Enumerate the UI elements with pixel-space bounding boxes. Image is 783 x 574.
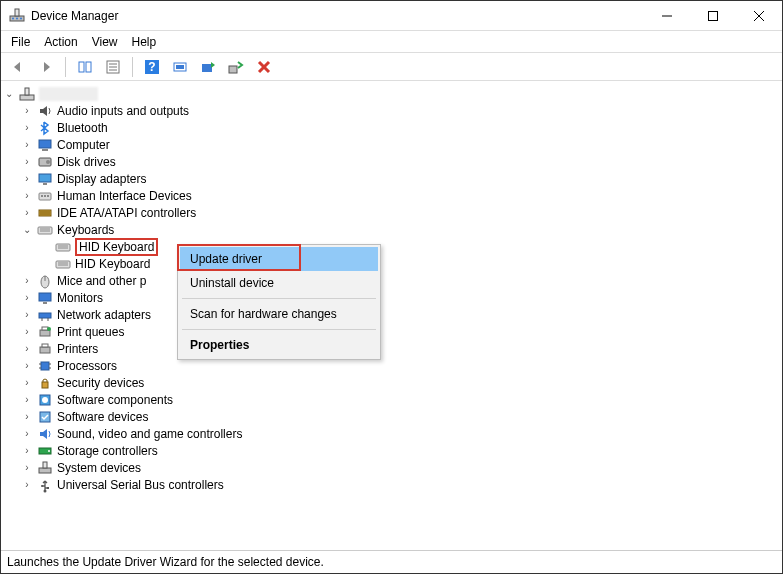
- softdev-icon: [37, 409, 53, 425]
- svg-text:?: ?: [148, 60, 155, 74]
- tree-node-label: Software devices: [57, 410, 148, 424]
- maximize-icon: [708, 11, 718, 21]
- chevron-right-icon[interactable]: ›: [21, 156, 33, 168]
- tree-node-label: IDE ATA/ATAPI controllers: [57, 206, 196, 220]
- printer-icon: [37, 341, 53, 357]
- menu-file[interactable]: File: [11, 35, 30, 49]
- show-hide-console-button[interactable]: [74, 56, 96, 78]
- svg-rect-70: [39, 468, 51, 473]
- menu-action[interactable]: Action: [44, 35, 77, 49]
- chevron-right-icon[interactable]: ›: [21, 326, 33, 338]
- svg-rect-25: [39, 140, 51, 148]
- chevron-right-icon[interactable]: ›: [21, 479, 33, 491]
- tree-node[interactable]: › Processors: [21, 357, 780, 374]
- menu-help[interactable]: Help: [132, 35, 157, 49]
- tree-node[interactable]: › Universal Serial Bus controllers: [21, 476, 780, 493]
- close-button[interactable]: [736, 1, 782, 31]
- disable-button[interactable]: [253, 56, 275, 78]
- context-menu-item[interactable]: Properties: [180, 333, 378, 357]
- svg-rect-24: [25, 88, 29, 95]
- tree-leaf-node[interactable]: HID Keyboard: [39, 255, 780, 272]
- tree-node-label: Human Interface Devices: [57, 189, 192, 203]
- tree-node[interactable]: › Print queues: [21, 323, 780, 340]
- tree-node[interactable]: › System devices: [21, 459, 780, 476]
- back-button[interactable]: [7, 56, 29, 78]
- chevron-right-icon[interactable]: ›: [21, 275, 33, 287]
- svg-rect-49: [39, 293, 51, 301]
- tree-node[interactable]: › Human Interface Devices: [21, 187, 780, 204]
- context-menu-item[interactable]: Scan for hardware changes: [180, 302, 378, 326]
- tree-node[interactable]: › Storage controllers: [21, 442, 780, 459]
- update-driver-button[interactable]: [197, 56, 219, 78]
- chevron-right-icon[interactable]: ›: [21, 139, 33, 151]
- minimize-button[interactable]: [644, 1, 690, 31]
- console-icon: [77, 59, 93, 75]
- uninstall-button[interactable]: [225, 56, 247, 78]
- chevron-right-icon[interactable]: ›: [21, 292, 33, 304]
- chevron-right-icon[interactable]: ›: [21, 445, 33, 457]
- maximize-button[interactable]: [690, 1, 736, 31]
- printqueue-icon: [37, 324, 53, 340]
- forward-button[interactable]: [35, 56, 57, 78]
- tree-node-label: Disk drives: [57, 155, 116, 169]
- chevron-right-icon[interactable]: ›: [21, 428, 33, 440]
- tree-node-label: HID Keyboard: [75, 238, 158, 256]
- chevron-right-icon[interactable]: ›: [21, 411, 33, 423]
- tree-node[interactable]: › Audio inputs and outputs: [21, 102, 780, 119]
- tree-node-label: Audio inputs and outputs: [57, 104, 189, 118]
- tree-node-label: Sound, video and game controllers: [57, 427, 242, 441]
- chevron-right-icon[interactable]: ›: [21, 309, 33, 321]
- statusbar: Launches the Update Driver Wizard for th…: [1, 551, 782, 573]
- tree-node[interactable]: › Bluetooth: [21, 119, 780, 136]
- chevron-right-icon[interactable]: ›: [21, 462, 33, 474]
- tree-leaf-node[interactable]: HID Keyboard: [39, 238, 780, 255]
- chevron-down-icon[interactable]: ⌄: [3, 88, 15, 100]
- tree-node[interactable]: › Computer: [21, 136, 780, 153]
- ide-icon: [37, 205, 53, 221]
- chevron-right-icon[interactable]: ›: [21, 360, 33, 372]
- context-menu-item[interactable]: Uninstall device: [180, 271, 378, 295]
- tree-node[interactable]: › Network adapters: [21, 306, 780, 323]
- svg-rect-30: [43, 183, 47, 185]
- softcomp-icon: [37, 392, 53, 408]
- chevron-right-icon[interactable]: ›: [21, 394, 33, 406]
- tree-node-label: Bluetooth: [57, 121, 108, 135]
- chevron-right-icon[interactable]: ›: [21, 343, 33, 355]
- chevron-right-icon[interactable]: ›: [21, 173, 33, 185]
- security-icon: [37, 375, 53, 391]
- help-button[interactable]: ?: [141, 56, 163, 78]
- chevron-right-icon[interactable]: ›: [21, 377, 33, 389]
- tree-node[interactable]: › Mice and other p: [21, 272, 780, 289]
- tree-node[interactable]: › Software devices: [21, 408, 780, 425]
- tree-node[interactable]: › Security devices: [21, 374, 780, 391]
- scan-hardware-button[interactable]: [169, 56, 191, 78]
- tree-node[interactable]: › Disk drives: [21, 153, 780, 170]
- chevron-right-icon[interactable]: ›: [21, 122, 33, 134]
- svg-point-3: [16, 17, 18, 19]
- tree-node-label: Monitors: [57, 291, 103, 305]
- device-tree-pane: ⌄ › Audio inputs and outputs › Bluetooth…: [1, 81, 782, 551]
- chevron-down-icon[interactable]: ⌄: [21, 224, 33, 236]
- svg-rect-58: [42, 344, 48, 347]
- svg-rect-71: [43, 462, 47, 468]
- menu-view[interactable]: View: [92, 35, 118, 49]
- chevron-right-icon[interactable]: ›: [21, 190, 33, 202]
- tree-node[interactable]: › Printers: [21, 340, 780, 357]
- tree-node[interactable]: › Monitors: [21, 289, 780, 306]
- tree-node[interactable]: › Sound, video and game controllers: [21, 425, 780, 442]
- properties-button[interactable]: [102, 56, 124, 78]
- scan-icon: [172, 59, 188, 75]
- chevron-right-icon[interactable]: ›: [21, 105, 33, 117]
- svg-rect-74: [47, 487, 49, 489]
- tree-node[interactable]: › Software components: [21, 391, 780, 408]
- root-device-label: [39, 87, 98, 101]
- tree-root-node[interactable]: ⌄: [3, 85, 780, 102]
- disk-icon: [37, 154, 53, 170]
- tree-node[interactable]: › Display adapters: [21, 170, 780, 187]
- window-title: Device Manager: [31, 9, 118, 23]
- tree-node[interactable]: ⌄ Keyboards: [21, 221, 780, 238]
- svg-point-28: [46, 160, 50, 164]
- context-menu-item[interactable]: Update driver: [180, 247, 378, 271]
- chevron-right-icon[interactable]: ›: [21, 207, 33, 219]
- tree-node[interactable]: › IDE ATA/ATAPI controllers: [21, 204, 780, 221]
